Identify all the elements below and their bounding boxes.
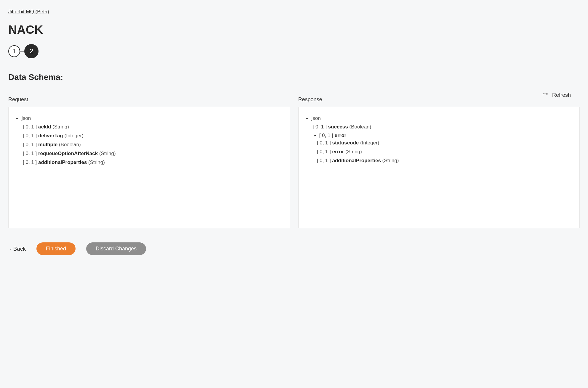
stepper: 1 2: [8, 44, 580, 58]
field-name: deliverTag: [38, 133, 63, 139]
field-type: (String): [345, 149, 362, 154]
response-label: Response: [298, 96, 580, 103]
field-name: additionalProperties: [332, 158, 381, 163]
response-root-label[interactable]: json: [312, 115, 321, 121]
field-name: multiple: [38, 142, 57, 147]
section-title: Data Schema:: [8, 73, 580, 82]
schema-field[interactable]: [ 0, 1 ] statuscode (Integer): [317, 139, 571, 147]
back-button[interactable]: ‹ Back: [10, 246, 26, 252]
field-name: ackId: [38, 124, 51, 130]
response-panel: json [ 0, 1 ] success (Boolean): [298, 107, 580, 228]
field-cardinality: [ 0, 1 ]: [23, 160, 37, 165]
schema-field[interactable]: [ 0, 1 ] additionalProperties (String): [23, 158, 281, 167]
field-cardinality: [ 0, 1 ]: [23, 124, 37, 130]
field-name: error: [332, 149, 344, 154]
chevron-left-icon: ‹: [10, 247, 12, 251]
schema-field[interactable]: [ 0, 1 ] additionalProperties (String): [317, 156, 571, 165]
request-label: Request: [8, 96, 290, 103]
schema-field[interactable]: [ 0, 1 ] success (Boolean): [313, 123, 571, 131]
footer-actions: ‹ Back Finished Discard Changes: [8, 242, 580, 255]
schema-field[interactable]: [ 0, 1 ] deliverTag (Integer): [23, 131, 281, 140]
field-type: (Integer): [65, 133, 84, 139]
field-cardinality: [ 0, 1 ]: [317, 149, 331, 154]
finished-button[interactable]: Finished: [36, 242, 76, 255]
field-type: (Integer): [360, 140, 379, 146]
field-type: (Boolean): [59, 142, 81, 147]
field-type: (Boolean): [349, 124, 371, 130]
field-cardinality: [ 0, 1 ]: [313, 124, 327, 130]
page-title: NACK: [8, 23, 580, 36]
schema-field[interactable]: [ 0, 1 ] error: [319, 133, 347, 139]
field-name: statuscode: [332, 140, 359, 146]
field-cardinality: [ 0, 1 ]: [319, 133, 333, 138]
schema-field[interactable]: [ 0, 1 ] requeueOptionAfterNack (String): [23, 149, 281, 158]
field-type: (String): [382, 158, 399, 163]
field-name: additionalProperties: [38, 160, 87, 165]
chevron-down-icon[interactable]: [313, 134, 317, 137]
step-connector: [20, 51, 24, 51]
step-1[interactable]: 1: [8, 45, 20, 57]
response-column: Response json [ 0, 1 ] success (Boolea: [298, 96, 580, 228]
request-column: Request json [ 0, 1 ] ackId (String): [8, 96, 290, 228]
field-type: (String): [99, 151, 116, 156]
schema-field[interactable]: [ 0, 1 ] ackId (String): [23, 123, 281, 131]
schema-field[interactable]: [ 0, 1 ] multiple (Boolean): [23, 140, 281, 149]
field-cardinality: [ 0, 1 ]: [317, 158, 331, 163]
field-type: (String): [52, 124, 69, 130]
chevron-down-icon[interactable]: [305, 117, 309, 120]
field-cardinality: [ 0, 1 ]: [23, 142, 37, 147]
field-type: (String): [88, 160, 105, 165]
request-root-label[interactable]: json: [22, 115, 31, 121]
breadcrumb-link[interactable]: Jitterbit MQ (Beta): [8, 9, 49, 15]
request-panel: json [ 0, 1 ] ackId (String) [ 0, 1 ] de…: [8, 107, 290, 228]
field-name: error: [334, 133, 346, 138]
field-cardinality: [ 0, 1 ]: [317, 140, 331, 146]
field-name: success: [328, 124, 348, 130]
field-cardinality: [ 0, 1 ]: [23, 151, 37, 156]
field-cardinality: [ 0, 1 ]: [23, 133, 37, 139]
step-2[interactable]: 2: [24, 44, 39, 58]
discard-changes-button[interactable]: Discard Changes: [86, 242, 146, 255]
back-label: Back: [13, 246, 26, 252]
field-name: requeueOptionAfterNack: [38, 151, 98, 156]
schema-field[interactable]: [ 0, 1 ] error (String): [317, 147, 571, 156]
chevron-down-icon[interactable]: [15, 117, 19, 120]
